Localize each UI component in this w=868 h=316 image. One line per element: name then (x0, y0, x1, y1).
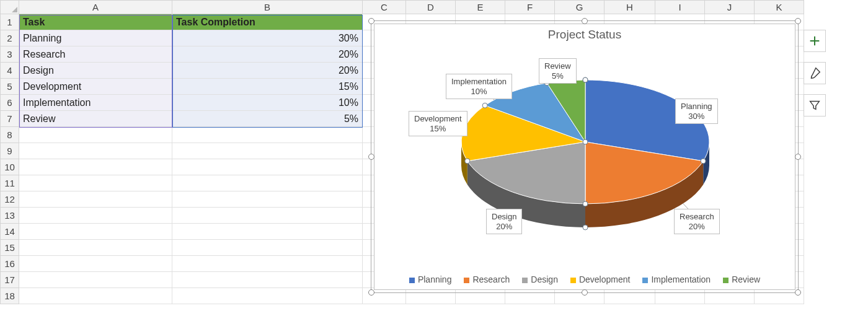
cell-A17[interactable] (19, 272, 172, 288)
cell-A16[interactable] (19, 256, 172, 272)
cell-A5[interactable]: Development (19, 79, 172, 95)
cell-C18[interactable] (363, 288, 406, 304)
cell-B8[interactable] (172, 127, 363, 143)
cell-A2[interactable]: Planning (19, 30, 172, 46)
series-handle[interactable] (482, 103, 487, 108)
cell-I18[interactable] (655, 288, 705, 304)
cell-K18[interactable] (755, 288, 804, 304)
row-head-6[interactable]: 6 (1, 95, 19, 111)
col-head-J[interactable]: J (705, 1, 755, 14)
select-all-corner[interactable] (1, 1, 19, 14)
cell-B9[interactable] (172, 143, 363, 159)
cell-B5[interactable]: 15% (172, 79, 363, 95)
row-head-13[interactable]: 13 (1, 208, 19, 224)
cell-B18[interactable] (172, 288, 363, 304)
cell-A14[interactable] (19, 224, 172, 240)
row-head-4[interactable]: 4 (1, 63, 19, 79)
cell-A18[interactable] (19, 288, 172, 304)
chart-plot-area[interactable]: Planning 30% Research 20% Design 20% Dev… (387, 49, 784, 241)
data-label-planning[interactable]: Planning 30% (675, 99, 718, 124)
data-label-development[interactable]: Development 15% (409, 111, 467, 136)
row-head-11[interactable]: 11 (1, 175, 19, 191)
row-head-1[interactable]: 1 (1, 14, 19, 30)
col-head-F[interactable]: F (505, 1, 555, 14)
cell-B1[interactable]: Task Completion (172, 14, 363, 30)
cell-A15[interactable] (19, 240, 172, 256)
cell-B14[interactable] (172, 224, 363, 240)
cell-F18[interactable] (505, 288, 555, 304)
col-head-C[interactable]: C (363, 1, 406, 14)
cell-B7[interactable]: 5% (172, 111, 363, 127)
col-head-G[interactable]: G (555, 1, 604, 14)
cell-A8[interactable] (19, 127, 172, 143)
cell-B15[interactable] (172, 240, 363, 256)
col-head-D[interactable]: D (406, 1, 456, 14)
cell-A3[interactable]: Research (19, 46, 172, 63)
row-head-7[interactable]: 7 (1, 111, 19, 127)
chart-title[interactable]: Project Status (374, 24, 795, 42)
row-head-9[interactable]: 9 (1, 143, 19, 159)
cell-D18[interactable] (406, 288, 456, 304)
series-handle[interactable] (701, 159, 706, 164)
data-label-design[interactable]: Design 20% (486, 209, 522, 234)
col-head-H[interactable]: H (604, 1, 655, 14)
legend-item-design[interactable]: Design (522, 274, 558, 284)
cell-J18[interactable] (705, 288, 755, 304)
legend-item-implementation[interactable]: Implementation (642, 274, 711, 284)
row-head-10[interactable]: 10 (1, 159, 19, 175)
col-head-I[interactable]: I (655, 1, 705, 14)
cell-B3[interactable]: 20% (172, 46, 363, 63)
cell-H18[interactable] (604, 288, 655, 304)
cell-B10[interactable] (172, 159, 363, 175)
cell-B4[interactable]: 20% (172, 63, 363, 79)
row-head-3[interactable]: 3 (1, 46, 19, 63)
series-handle[interactable] (583, 201, 588, 206)
legend-item-review[interactable]: Review (723, 274, 760, 284)
row-head-12[interactable]: 12 (1, 191, 19, 208)
data-label-review[interactable]: Review 5% (539, 58, 577, 84)
cell-A7[interactable]: Review (19, 111, 172, 127)
series-handle[interactable] (583, 139, 588, 144)
row-head-5[interactable]: 5 (1, 79, 19, 95)
row-head-18[interactable]: 18 (1, 288, 19, 304)
cell-E18[interactable] (456, 288, 505, 304)
row-head-15[interactable]: 15 (1, 240, 19, 256)
data-label-implementation[interactable]: Implementation 10% (446, 74, 512, 99)
legend-item-research[interactable]: Research (464, 274, 510, 284)
series-handle[interactable] (465, 159, 470, 164)
series-handle[interactable] (583, 225, 588, 230)
chart-object[interactable]: Project Status Planning 30% Research 20%… (374, 24, 795, 290)
chart-styles-button[interactable] (804, 62, 826, 84)
chart-legend[interactable]: PlanningResearchDesignDevelopmentImpleme… (374, 274, 795, 284)
col-head-E[interactable]: E (456, 1, 505, 14)
cell-B2[interactable]: 30% (172, 30, 363, 46)
chart-filters-button[interactable] (804, 94, 826, 116)
row-head-16[interactable]: 16 (1, 256, 19, 272)
cell-A6[interactable]: Implementation (19, 95, 172, 111)
legend-item-planning[interactable]: Planning (409, 274, 452, 284)
row-head-8[interactable]: 8 (1, 127, 19, 143)
cell-B16[interactable] (172, 256, 363, 272)
col-head-A[interactable]: A (19, 1, 172, 14)
cell-A12[interactable] (19, 191, 172, 208)
cell-B13[interactable] (172, 208, 363, 224)
row-head-14[interactable]: 14 (1, 224, 19, 240)
cell-B11[interactable] (172, 175, 363, 191)
series-handle[interactable] (583, 77, 588, 82)
cell-A1[interactable]: Task (19, 14, 172, 30)
cell-A4[interactable]: Design (19, 63, 172, 79)
data-label-research[interactable]: Research 20% (674, 209, 720, 234)
legend-item-development[interactable]: Development (570, 274, 631, 284)
chart-elements-button[interactable] (804, 30, 826, 52)
cell-A13[interactable] (19, 208, 172, 224)
cell-A11[interactable] (19, 175, 172, 191)
col-head-K[interactable]: K (755, 1, 804, 14)
col-head-B[interactable]: B (172, 1, 363, 14)
cell-B17[interactable] (172, 272, 363, 288)
row-head-17[interactable]: 17 (1, 272, 19, 288)
cell-G18[interactable] (555, 288, 604, 304)
cell-B6[interactable]: 10% (172, 95, 363, 111)
row-head-2[interactable]: 2 (1, 30, 19, 46)
cell-B12[interactable] (172, 191, 363, 208)
cell-A10[interactable] (19, 159, 172, 175)
